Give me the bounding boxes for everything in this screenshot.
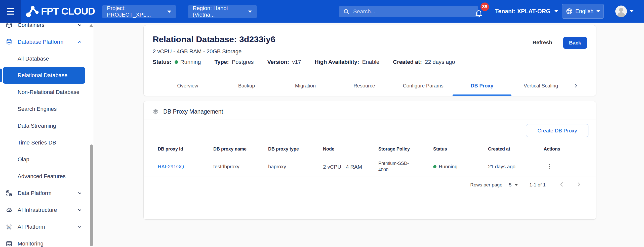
main-content: Relational Database: 3d233iy6 2 vCPU - 4… [94,23,644,247]
layers-icon [152,108,159,115]
col-created-at: Created at [488,146,544,152]
tab-vertical-scaling[interactable]: Vertical Scaling [511,76,570,96]
database-meta-row: Status:Running Type:Postgres Version:v17… [153,59,455,65]
meta-version: Version:v17 [267,59,301,65]
database-icon [6,39,12,45]
hamburger-menu-button[interactable] [0,0,21,23]
sidebar-scrollbar-thumb[interactable] [90,144,93,246]
tab-configure-params[interactable]: Configure Params [394,76,453,96]
sidebar-item-database-platform[interactable]: Database Platform [0,33,94,50]
db-proxy-card: DB Proxy Management Create DB Proxy DB p… [143,101,596,220]
meta-type: Type:Postgres [215,59,254,65]
table-row: RAF291GQ testdbproxy haproxy 2 vCPU - 4 … [144,157,596,176]
pagination: Rows per page 5 1-1 of 1 [144,176,596,188]
language-label: English [575,8,593,15]
pagination-next-button[interactable] [576,181,582,188]
col-storage-policy: Storage Policy [378,146,433,152]
globe-icon [566,8,573,15]
col-status: Status [433,146,488,152]
detail-tabs: Overview Backup Migration Resource Confi… [158,76,581,96]
search-icon [343,8,350,15]
tenant-dropdown[interactable]: Tenant: XPLAT-ORG [495,0,558,23]
bell-icon [474,9,483,18]
sidebar-item-all-database[interactable]: All Database [0,50,94,67]
cube-icon [6,23,12,28]
rows-per-page-select[interactable]: 5 [509,182,518,188]
sidebar-item-containers[interactable]: Containers [0,23,94,33]
tabs-overflow-chevron-icon[interactable] [570,76,581,96]
col-db-proxy-type: DB proxy type [268,146,323,152]
node-cell: 2 vCPU - 4 RAM [323,164,378,170]
sidebar-scrollbar[interactable] [89,23,94,247]
chevron-down-icon [248,11,252,13]
tab-db-proxy[interactable]: DB Proxy [453,76,511,96]
tab-migration[interactable]: Migration [276,76,335,96]
sidebar-item-ai-infrastructure[interactable]: AI Infrastructure [0,202,94,218]
meta-high-availability: High Availability:Enable [315,59,379,65]
chevron-down-icon [77,191,82,196]
user-menu[interactable] [615,0,633,23]
col-db-proxy-id: DB proxy Id [158,146,213,152]
status-dot-icon [175,60,178,64]
tab-backup[interactable]: Backup [217,76,276,96]
database-specs: 2 vCPU - 4GB RAM - 20GB Storage [153,48,455,55]
svg-text:AI: AI [8,226,10,228]
project-dropdown-label: Project: PROJECT_XPL... [107,5,167,18]
chevron-up-icon [77,39,82,44]
notifications-button[interactable]: 39 [474,3,492,20]
sidebar-item-data-platform[interactable]: Data Platform [0,185,94,202]
chevron-down-icon [630,10,633,12]
region-dropdown[interactable]: Region: Hanoi (Vietna... [188,5,257,18]
sidebar-item-data-streaming[interactable]: Data Streaming [0,117,94,134]
database-header-card: Relational Database: 3d233iy6 2 vCPU - 4… [143,25,596,96]
chevron-down-icon [514,184,518,186]
back-button[interactable]: Back [563,37,587,49]
notification-count-badge: 39 [480,3,489,11]
ai-chip-icon: AI [6,224,12,230]
col-actions: Actions [544,146,588,152]
create-db-proxy-button[interactable]: Create DB Proxy [526,124,588,137]
proxy-id-link[interactable]: RAF291GQ [158,164,213,170]
col-db-proxy-name: DB proxy name [213,146,268,152]
servers-icon [6,190,12,196]
table-header-row: DB proxy Id DB proxy name DB proxy type … [144,143,596,155]
pagination-range: 1-1 of 1 [530,182,546,188]
refresh-button[interactable]: Refresh [533,37,552,48]
sidebar-item-search-engines[interactable]: Search Engines [0,101,94,117]
fpt-cloud-logo-icon [26,5,39,18]
cloud-bolt-icon [6,207,12,213]
section-title: DB Proxy Management [163,108,223,115]
chevron-down-icon [554,10,558,12]
sidebar-item-advanced-features[interactable]: Advanced Features [0,168,94,185]
rows-per-page-label: Rows per page [470,182,502,188]
region-dropdown-label: Region: Hanoi (Vietna... [193,5,248,18]
sidebar-item-olap[interactable]: Olap [0,151,94,168]
sidebar-item-monitoring[interactable]: Monitoring [0,235,94,247]
sidebar-item-ai-platform[interactable]: AI AI Platform [0,218,94,235]
storage-policy-cell: Premium-SSD-4000 [378,160,412,173]
proxy-type-cell: haproxy [268,164,323,170]
meta-status: Status:Running [153,59,201,65]
chevron-down-icon [596,10,600,12]
sidebar-item-time-series-db[interactable]: Time Series DB [0,134,94,151]
status-cell: Running [433,164,488,170]
global-search [339,6,478,17]
search-input[interactable] [353,8,474,15]
monitoring-icon [6,240,12,247]
sidebar-item-relational-database[interactable]: Relational Database [3,67,85,84]
top-navbar: FPT CLOUD Project: PROJECT_XPL... Region… [0,0,644,23]
tab-overview[interactable]: Overview [158,76,217,96]
created-at-cell: 21 days ago [488,164,544,170]
tenant-label: Tenant: XPLAT-ORG [495,8,550,15]
row-actions-kebab-button[interactable] [545,162,555,172]
sidebar-item-non-relational-database[interactable]: Non-Relational Database [0,84,94,101]
language-selector[interactable]: English [562,4,604,19]
scrollbar-up-arrow-icon[interactable] [90,24,93,27]
chevron-down-icon [77,224,82,229]
brand-title: FPT CLOUD [41,0,95,23]
pagination-prev-button[interactable] [559,181,565,188]
proxy-name-cell: testdbproxy [213,164,268,170]
project-dropdown[interactable]: Project: PROJECT_XPL... [102,5,176,18]
page-title: Relational Database: 3d233iy6 [153,34,455,44]
tab-resource[interactable]: Resource [335,76,394,96]
